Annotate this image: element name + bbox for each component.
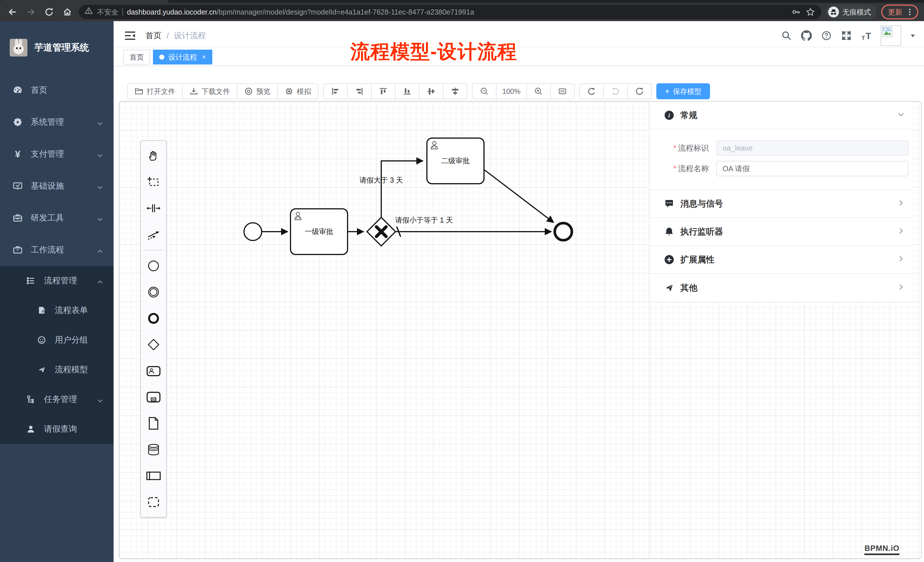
app-header: 首页 / 设计流程 TT [114,21,924,47]
home-icon[interactable] [60,5,74,19]
create-end-event-icon[interactable] [141,305,166,331]
bpmn-user-task-level2[interactable]: 二级审批 [427,138,484,184]
panel-section-execution-listener[interactable]: 执行监听器 [650,218,913,246]
sidebar-item-infrastructure[interactable]: 基础设施 [0,170,114,202]
help-icon[interactable] [821,30,832,41]
sidebar-item-system[interactable]: 系统管理 [0,106,114,138]
panel-section-general[interactable]: i 常规 [650,102,913,129]
sidebar-item-devtools[interactable]: 研发工具 [0,202,114,234]
sidebar-item-leave-query[interactable]: 请假查询 [0,414,114,444]
sidebar-item-process-form[interactable]: 流程表单 [0,295,114,325]
flow-label-gt3[interactable]: 请假大于 3 天 [360,176,403,184]
bpmn-exclusive-gateway[interactable] [367,217,396,246]
create-intermediate-event-icon[interactable] [141,279,166,305]
back-icon[interactable] [6,5,20,19]
required-asterisk: * [673,144,676,152]
panel-section-other[interactable]: 其他 [650,274,913,302]
global-connect-tool-icon[interactable] [141,221,166,247]
sidebar-item-task-mgmt[interactable]: 任务管理 [0,385,114,414]
bpmn-io-watermark[interactable]: BPMN.iO [864,544,900,555]
panel-section-message-signal[interactable]: 消息与信号 [650,190,913,218]
align-center-horizontal-button[interactable] [443,83,467,99]
sidebar-item-home[interactable]: 首页 [0,74,114,106]
sidebar-item-label: 流程模型 [55,364,88,375]
create-gateway-icon[interactable] [141,331,166,358]
flow-label-le1[interactable]: 请假小于等于 1 天 [395,216,453,224]
fullscreen-icon[interactable] [841,30,852,41]
search-icon[interactable] [781,30,792,41]
yen-icon: ¥ [12,149,23,159]
align-left-button[interactable] [323,83,348,99]
tab-design-process[interactable]: 设计流程 × [153,49,212,64]
sidebar-item-payment[interactable]: ¥ 支付管理 [0,138,114,170]
breadcrumb-home[interactable]: 首页 [146,30,162,41]
sidebar-collapse-icon[interactable] [124,30,136,41]
briefcase-icon [12,245,23,255]
process-name-input[interactable] [716,161,909,176]
app-window: 芋道管理系统 首页 系统管理 ¥ 支付管理 基础设施 [0,21,924,562]
sidebar-item-user-group[interactable]: 用户分组 [0,325,114,355]
bookmark-star-icon[interactable] [805,7,816,17]
lasso-tool-icon[interactable] [141,169,166,195]
create-participant-icon[interactable] [141,463,166,489]
browser-chrome: 不安全 dashboard.yudao.iocoder.cn/bpm/manag… [0,0,924,21]
bpmn-canvas[interactable]: 一级审批 二级审批 请假 [119,101,922,559]
panel-section-label: 扩展属性 [680,254,714,265]
tab-close-icon[interactable]: × [202,53,206,61]
url-bar[interactable]: 不安全 dashboard.yudao.iocoder.cn/bpm/manag… [79,5,821,19]
dashboard-icon [12,85,23,95]
avatar[interactable] [880,25,901,46]
panel-section-label: 常规 [680,109,698,121]
align-center-vertical-button[interactable] [419,83,444,99]
create-subprocess-icon[interactable] [141,384,166,410]
app-logo-row[interactable]: 芋道管理系统 [0,21,114,74]
bpmn-end-event[interactable] [555,223,572,240]
restart-button[interactable] [627,83,652,99]
preview-button[interactable]: 预览 [237,83,278,99]
caret-down-icon[interactable] [910,30,916,41]
simulate-button[interactable]: 模拟 [278,83,318,99]
save-model-button[interactable]: + 保存模型 [656,83,710,99]
password-key-icon[interactable] [791,7,801,17]
download-file-button[interactable]: 下载文件 [182,83,237,99]
create-user-task-icon[interactable] [141,358,166,384]
update-button[interactable]: 更新 [881,4,918,19]
bpmn-user-task-level1[interactable]: 一级审批 [291,209,348,255]
open-file-button[interactable]: 打开文件 [127,83,183,99]
url-text[interactable]: dashboard.yudao.iocoder.cn/bpm/manager/m… [127,8,787,16]
workarea: 打开文件 下载文件 预览 模拟 [114,66,924,562]
align-button-group [323,83,467,99]
browser-menu-dots-icon[interactable] [906,8,914,16]
github-icon[interactable] [801,30,812,41]
font-size-icon[interactable]: TT [861,30,872,41]
zoom-reset-button[interactable] [550,83,575,99]
undo-button[interactable] [579,83,604,99]
bpmn-start-event[interactable] [244,223,262,240]
gear-icon [12,117,23,127]
create-group-icon[interactable] [141,489,166,515]
sidebar-item-process-mgmt[interactable]: 流程管理 [0,266,114,295]
toolbox-icon [12,213,23,223]
create-start-event-icon[interactable] [141,253,166,279]
chevron-right-icon [897,199,904,208]
security-label[interactable]: 不安全 [97,7,118,17]
create-data-object-icon[interactable] [141,410,166,436]
zoom-in-button[interactable] [526,83,551,99]
list-icon [26,276,36,286]
sidebar-item-process-model[interactable]: 流程模型 [0,355,114,385]
panel-section-extended-attrs[interactable]: 扩展属性 [650,246,913,274]
align-bottom-button[interactable] [395,83,420,99]
redo-button[interactable] [603,83,628,99]
create-data-store-icon[interactable] [141,436,166,463]
hand-tool-icon[interactable] [141,142,166,169]
browser-active-tab[interactable] [0,0,168,3]
align-top-button[interactable] [371,83,396,99]
zoom-out-button[interactable] [472,83,496,99]
space-tool-icon[interactable] [141,195,166,221]
reload-icon[interactable] [42,5,56,19]
tab-home[interactable]: 首页 [123,49,150,64]
forward-icon[interactable] [24,5,38,19]
sidebar-item-workflow[interactable]: 工作流程 [0,234,114,266]
align-right-button[interactable] [347,83,372,99]
sidebar: 芋道管理系统 首页 系统管理 ¥ 支付管理 基础设施 [0,21,114,562]
